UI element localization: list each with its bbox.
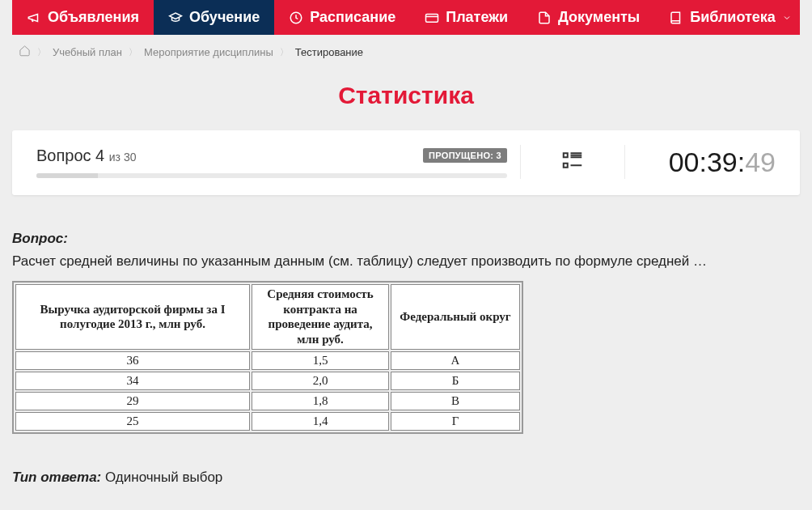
table-row: 25 1,4 Г [15,412,520,431]
svg-rect-1 [426,14,438,22]
status-card: Вопрос 4 из 30 ПРОПУЩЕНО: 3 [12,130,800,195]
nav-label: Объявления [48,9,139,26]
question-block: Вопрос: Расчет средней величины по указа… [12,231,800,486]
question-label: Вопрос: [12,231,800,247]
nav-payments[interactable]: Платежи [410,0,522,35]
nav-label: Обучение [189,9,260,26]
question-list-icon[interactable] [560,148,585,176]
answer-type: Тип ответа: Одиночный выбор [12,470,800,486]
nav-schedule[interactable]: Расписание [274,0,410,35]
chevron-right-icon: 〉 [37,46,46,58]
table-row: 29 1,8 В [15,392,520,410]
table-header-row: Выручка аудиторской фирмы за I полугодие… [15,284,520,350]
skipped-badge: ПРОПУЩЕНО: 3 [423,148,507,163]
credit-card-icon [425,11,439,25]
answer-type-value: Одиночный выбор [105,470,222,485]
breadcrumb-link[interactable]: Учебный план [53,46,122,58]
nav-library[interactable]: Библиотека [654,0,806,35]
file-icon [537,11,552,25]
breadcrumb-current: Тестирование [295,46,363,58]
page-title: Статистика [12,82,800,109]
table-header: Средняя стоимость контракта на проведени… [252,284,389,350]
chevron-down-icon [782,13,792,23]
table-row: 34 2,0 Б [15,372,520,390]
svg-rect-2 [564,153,568,157]
chevron-right-icon: 〉 [280,46,289,58]
timer: 00:39:49 [638,147,776,178]
megaphone-icon [27,11,41,25]
table-header: Выручка аудиторской фирмы за I полугодие… [15,284,250,350]
question-table: Выручка аудиторской фирмы за I полугодие… [12,281,523,434]
table-row: 36 1,5 А [15,351,520,370]
book-icon [669,11,683,25]
nav-label: Расписание [310,9,395,26]
progress-bar [36,173,507,178]
nav-documents[interactable]: Документы [522,0,654,35]
chevron-right-icon: 〉 [129,46,137,58]
question-counter: Вопрос 4 из 30 [36,147,137,165]
breadcrumb: 〉 Учебный план 〉 Мероприятие дисциплины … [12,35,800,67]
graduation-cap-icon [168,11,183,25]
nav-label: Документы [558,9,640,26]
clock-icon [289,11,303,25]
nav-label: Платежи [446,9,508,26]
svg-rect-4 [564,164,568,168]
nav-label: Библиотека [690,9,776,26]
home-icon[interactable] [19,45,31,59]
nav-announcements[interactable]: Объявления [12,0,154,35]
nav-education[interactable]: Обучение [154,0,274,35]
breadcrumb-link[interactable]: Мероприятие дисциплины [144,46,273,58]
table-header: Федеральный округ [391,284,520,350]
main-navbar: Объявления Обучение Расписание Платежи Д… [12,0,800,35]
question-text: Расчет средней величины по указанным дан… [12,252,800,271]
answer-type-label: Тип ответа: [12,470,101,485]
